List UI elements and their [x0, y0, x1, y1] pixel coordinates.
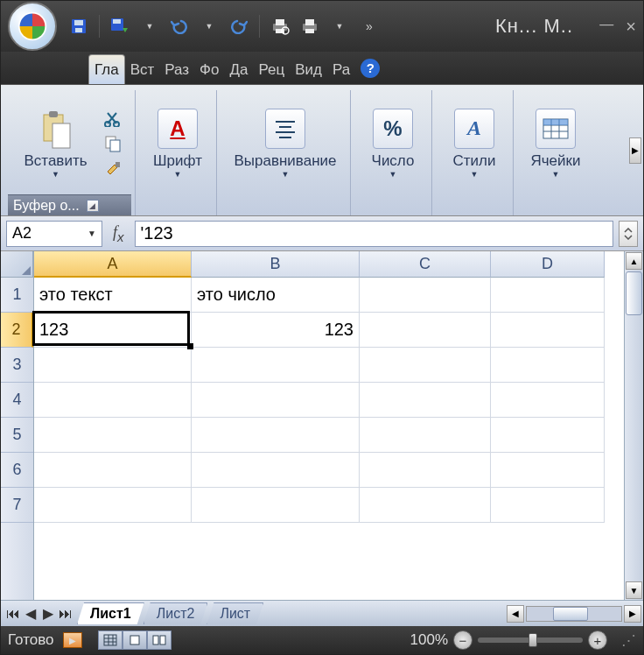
sheet-tab-3[interactable]: Лист: [206, 602, 263, 624]
zoom-slider-knob[interactable]: [528, 633, 537, 647]
insert-function-button[interactable]: fx: [108, 223, 130, 244]
resize-grip-icon[interactable]: ⋰: [621, 631, 636, 650]
cut-icon[interactable]: [102, 109, 123, 129]
cell-A5[interactable]: [34, 418, 192, 453]
minimize-button[interactable]: —: [599, 17, 613, 37]
qat-customize-dropdown[interactable]: ▼: [328, 15, 351, 38]
tab-formulas[interactable]: Фо: [194, 55, 224, 84]
hscroll-track[interactable]: [526, 606, 622, 622]
zoom-in-button[interactable]: +: [588, 630, 607, 650]
undo-icon[interactable]: [168, 15, 191, 38]
cell-C5[interactable]: [360, 418, 491, 453]
alignment-button[interactable]: Выравнивание ▼: [224, 104, 346, 183]
quick-print-icon[interactable]: [298, 15, 321, 38]
redo-icon[interactable]: [228, 15, 250, 38]
close-button[interactable]: ×: [626, 17, 636, 37]
cell-B5[interactable]: [192, 418, 360, 453]
cell-D2[interactable]: [491, 313, 605, 348]
row-header-5[interactable]: 5: [1, 418, 33, 453]
clipboard-dialog-launcher[interactable]: ◢: [87, 200, 99, 212]
fill-handle[interactable]: [187, 343, 193, 349]
cell-D5[interactable]: [491, 418, 605, 453]
vertical-scrollbar[interactable]: ▲ ▼: [624, 251, 643, 600]
normal-view-icon[interactable]: [98, 630, 122, 650]
cell-C3[interactable]: [360, 348, 491, 383]
formula-field[interactable]: [141, 223, 607, 243]
copy-icon[interactable]: [102, 134, 123, 153]
scroll-left-button[interactable]: ◀: [507, 605, 524, 623]
tab-developer[interactable]: Ра: [327, 55, 355, 84]
cell-B7[interactable]: [192, 488, 360, 523]
office-button[interactable]: [8, 2, 57, 51]
zoom-out-button[interactable]: −: [453, 630, 472, 650]
zoom-level[interactable]: 100%: [410, 631, 448, 649]
cell-C7[interactable]: [360, 488, 491, 523]
sheet-next-icon[interactable]: ▶: [39, 605, 57, 623]
row-header-7[interactable]: 7: [1, 488, 33, 523]
cell-A2[interactable]: 123: [34, 313, 192, 348]
row-header-2[interactable]: 2: [1, 313, 33, 348]
cell-D3[interactable]: [491, 348, 605, 383]
column-header-A[interactable]: A: [34, 251, 192, 278]
vscroll-thumb[interactable]: [626, 271, 642, 315]
cell-B4[interactable]: [192, 383, 360, 418]
horizontal-scrollbar[interactable]: ◀ ▶: [263, 605, 643, 623]
save-icon[interactable]: [67, 15, 90, 38]
cell-D6[interactable]: [491, 453, 605, 488]
tab-home[interactable]: Гла: [88, 54, 125, 84]
page-layout-view-icon[interactable]: [122, 630, 147, 650]
column-header-C[interactable]: C: [360, 251, 491, 278]
cell-C6[interactable]: [360, 453, 491, 488]
name-box[interactable]: A2 ▼: [6, 221, 102, 247]
cells-button[interactable]: Ячейки ▼: [521, 104, 591, 183]
expand-formula-bar-button[interactable]: [619, 221, 638, 247]
cell-D1[interactable]: [491, 278, 605, 313]
row-header-3[interactable]: 3: [1, 348, 33, 383]
row-header-4[interactable]: 4: [1, 383, 33, 418]
sheet-tab-1[interactable]: Лист1: [77, 602, 144, 624]
hscroll-thumb[interactable]: [553, 607, 588, 621]
cells-area[interactable]: это текстэто число123123: [34, 278, 624, 523]
cell-D7[interactable]: [491, 488, 605, 523]
print-preview-icon[interactable]: [269, 15, 291, 38]
formula-input[interactable]: [135, 221, 613, 247]
cell-B1[interactable]: это число: [192, 278, 360, 313]
styles-button[interactable]: A Стили ▼: [439, 104, 509, 183]
cell-A1[interactable]: это текст: [34, 278, 192, 313]
scroll-down-button[interactable]: ▼: [626, 581, 642, 599]
page-break-view-icon[interactable]: [147, 630, 172, 650]
tab-page-layout[interactable]: Раз: [159, 55, 194, 84]
select-all-corner[interactable]: [1, 251, 33, 278]
cell-C2[interactable]: [360, 313, 491, 348]
cell-A6[interactable]: [34, 453, 192, 488]
scroll-right-button[interactable]: ▶: [624, 605, 641, 623]
cell-D4[interactable]: [491, 383, 605, 418]
tab-data[interactable]: Да: [224, 55, 253, 84]
sheet-tab-2[interactable]: Лист2: [144, 602, 208, 624]
cell-A3[interactable]: [34, 348, 192, 383]
zoom-slider[interactable]: [478, 637, 583, 643]
cell-C4[interactable]: [360, 383, 491, 418]
sheet-last-icon[interactable]: ⏭: [57, 605, 74, 623]
cell-C1[interactable]: [360, 278, 491, 313]
paste-button[interactable]: Вставить ▼: [16, 104, 94, 183]
cell-B6[interactable]: [192, 453, 360, 488]
row-header-1[interactable]: 1: [1, 278, 33, 313]
sheet-first-icon[interactable]: ⏮: [4, 605, 22, 623]
cell-B2[interactable]: 123: [192, 313, 360, 348]
cell-B3[interactable]: [192, 348, 360, 383]
tab-view[interactable]: Вид: [290, 55, 327, 84]
help-icon[interactable]: ?: [360, 59, 380, 78]
cell-A4[interactable]: [34, 383, 192, 418]
format-painter-icon[interactable]: [102, 158, 123, 178]
qat-overflow-icon[interactable]: »: [358, 15, 381, 38]
ribbon-scroll-right[interactable]: ▶: [629, 137, 641, 164]
save-as-icon[interactable]: [108, 15, 131, 38]
cell-A7[interactable]: [34, 488, 192, 523]
column-header-D[interactable]: D: [491, 251, 605, 278]
scroll-up-button[interactable]: ▲: [626, 252, 642, 270]
tab-insert[interactable]: Вст: [125, 55, 160, 84]
qat-dropdown-1[interactable]: ▼: [138, 15, 161, 38]
tab-review[interactable]: Рец: [253, 55, 290, 84]
qat-dropdown-2[interactable]: ▼: [198, 15, 220, 38]
